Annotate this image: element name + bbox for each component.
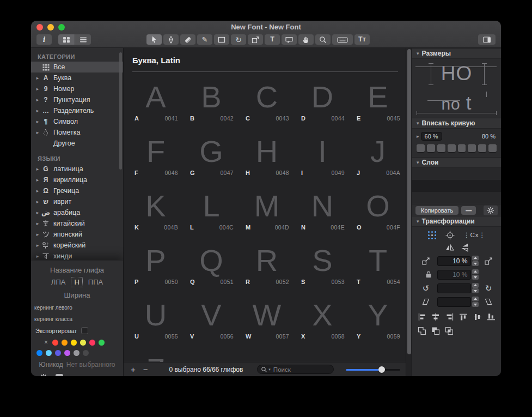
- left-sidebearing-field[interactable]: ЛПА: [51, 278, 66, 286]
- glyph-cell-W[interactable]: WW0057: [239, 290, 295, 345]
- bool-intersect-icon[interactable]: [445, 327, 454, 335]
- glyph-cell-Q[interactable]: QQ0051: [184, 235, 239, 290]
- color-label-dot[interactable]: [80, 340, 86, 346]
- transformations-section-header[interactable]: ▾ Трансформации: [412, 216, 501, 227]
- disclosure-triangle-icon[interactable]: ▸: [34, 86, 41, 92]
- panel-toggle-button[interactable]: [478, 34, 496, 45]
- rotate-cw-icon[interactable]: ↻: [485, 284, 492, 292]
- rotate-ccw-icon[interactable]: ↺: [423, 284, 430, 292]
- slant-field[interactable]: [437, 297, 471, 307]
- sidebar-language-cyrillic[interactable]: ▸Якириллица: [31, 174, 123, 185]
- glyph-cell-G[interactable]: GG0047: [184, 126, 239, 181]
- zoom-slider[interactable]: [346, 366, 400, 373]
- disclosure-triangle-icon[interactable]: ▸: [34, 97, 41, 102]
- annotation-tool-button[interactable]: [282, 34, 297, 45]
- sidebar-language-japanese[interactable]: ▸японский: [31, 229, 123, 240]
- disclosure-triangle-icon[interactable]: ▸: [34, 253, 41, 259]
- sidebar-scrollbar[interactable]: [119, 52, 122, 170]
- color-label-dot[interactable]: [64, 350, 70, 356]
- sidebar-language-greek[interactable]: ▸ΩГречица: [31, 185, 123, 196]
- glyph-cell-E[interactable]: EE0045: [350, 72, 406, 126]
- glyph-cell-Y[interactable]: YY0059: [350, 290, 406, 345]
- glyph-name-field[interactable]: Название глифа: [31, 266, 123, 274]
- disclosure-triangle-icon[interactable]: ▸: [34, 166, 41, 172]
- glyph-cell-M[interactable]: MM004D: [239, 181, 295, 235]
- align-middle-icon[interactable]: [473, 313, 482, 321]
- ref-metrics-icon[interactable]: ⋮Cx⋮: [463, 232, 486, 239]
- glyph-cell-F[interactable]: FF0046: [128, 126, 184, 181]
- color-label-dot[interactable]: [55, 350, 61, 356]
- filter-menu-icon[interactable]: [55, 373, 64, 376]
- layers-list[interactable]: [412, 168, 501, 204]
- settings-gear-icon[interactable]: [40, 373, 47, 376]
- transform-tool-button[interactable]: [248, 34, 263, 45]
- glyph-cell-Z[interactable]: ZZ005A: [128, 345, 184, 362]
- disclosure-triangle-icon[interactable]: ▸: [34, 232, 41, 237]
- mirror-h-icon[interactable]: [445, 244, 455, 251]
- glyph-cell-R[interactable]: RR0052: [239, 235, 295, 290]
- right-sidebearing-field[interactable]: ППА: [88, 278, 103, 286]
- hand-tool-button[interactable]: [298, 34, 314, 45]
- pencil-tool-button[interactable]: ✎: [197, 34, 212, 45]
- sidebar-category-other[interactable]: Другое: [31, 138, 123, 149]
- kerning-class-field[interactable]: кернинг класса: [34, 316, 123, 322]
- glyph-cell-V[interactable]: VV0056: [184, 290, 239, 345]
- fit-curve-step-8[interactable]: [488, 144, 497, 152]
- remove-layer-button[interactable]: —: [461, 206, 476, 215]
- layer-row[interactable]: [412, 168, 501, 180]
- fit-curve-step-2[interactable]: [427, 144, 435, 152]
- list-view-button[interactable]: [75, 34, 91, 45]
- glyph-cell-L[interactable]: LL004C: [184, 181, 239, 235]
- fit-curve-min-field[interactable]: 60 %: [421, 132, 442, 141]
- disclosure-triangle-icon[interactable]: ▸: [34, 243, 41, 248]
- glyph-cell-S[interactable]: SS0053: [295, 235, 350, 290]
- preview-tool-button[interactable]: Тт: [354, 34, 370, 45]
- glyph-cell-H[interactable]: HH0048: [239, 126, 295, 181]
- scale-horizontal-stepper[interactable]: [472, 256, 479, 266]
- disclosure-triangle-icon[interactable]: ▸: [34, 221, 41, 226]
- bool-subtract-icon[interactable]: [431, 327, 441, 335]
- disclosure-triangle-icon[interactable]: ▸: [34, 75, 41, 81]
- scale-copy-icon[interactable]: [484, 256, 493, 265]
- fit-curve-presets-triangle-icon[interactable]: ▸: [417, 134, 419, 139]
- sidebar-category-letter[interactable]: ▸AБуква: [31, 72, 123, 83]
- copy-layer-button[interactable]: Копировать: [415, 206, 458, 215]
- glyph-cell-T[interactable]: TT0054: [350, 235, 406, 290]
- bool-union-icon[interactable]: [418, 327, 427, 335]
- fit-curve-section-header[interactable]: ▾ Вписать кривую: [412, 118, 501, 129]
- align-right-icon[interactable]: [445, 313, 454, 321]
- export-checkbox[interactable]: [81, 327, 88, 334]
- sidebar-category-all[interactable]: Все: [31, 62, 123, 72]
- fit-curve-step-4[interactable]: [448, 144, 456, 152]
- remove-glyph-button[interactable]: −: [142, 365, 150, 374]
- color-label-dot[interactable]: [83, 350, 89, 356]
- erase-tool-button[interactable]: [180, 34, 195, 45]
- color-label-dot[interactable]: [89, 340, 95, 346]
- ref-origin-icon[interactable]: [445, 231, 455, 240]
- scale-icon[interactable]: [421, 256, 431, 265]
- sidebar-language-chinese[interactable]: ▸китайский: [31, 218, 123, 229]
- rotate-stepper[interactable]: [472, 283, 479, 293]
- slant-stepper[interactable]: [472, 297, 479, 307]
- disclosure-triangle-icon[interactable]: ▸: [34, 199, 41, 204]
- disclosure-triangle-icon[interactable]: ▸: [34, 177, 41, 183]
- glyph-cell-B[interactable]: BB0042: [184, 72, 239, 126]
- layer-row[interactable]: [412, 180, 501, 192]
- scale-vertical-stepper[interactable]: [472, 269, 479, 280]
- glyph-cell-A[interactable]: AA0041: [128, 72, 184, 126]
- layers-settings-button[interactable]: [484, 206, 498, 215]
- rotate-field[interactable]: [437, 283, 471, 293]
- glyph-cell-P[interactable]: PP0050: [128, 235, 184, 290]
- glyph-cell-C[interactable]: CC0043: [239, 72, 295, 126]
- zoom-slider-knob[interactable]: [378, 366, 385, 373]
- disclosure-triangle-icon[interactable]: ▸: [34, 188, 41, 194]
- scale-horizontal-field[interactable]: 10 %: [437, 256, 471, 266]
- color-label-dot[interactable]: [46, 350, 52, 356]
- color-label-dot[interactable]: [62, 340, 68, 346]
- slant-right-icon[interactable]: [484, 298, 493, 306]
- color-label-dot[interactable]: [36, 350, 42, 356]
- glyph-cell-O[interactable]: OO004F: [350, 181, 406, 235]
- minimize-button[interactable]: [47, 24, 54, 31]
- align-bottom-icon[interactable]: [487, 313, 496, 321]
- lock-proportions-icon[interactable]: [425, 271, 432, 278]
